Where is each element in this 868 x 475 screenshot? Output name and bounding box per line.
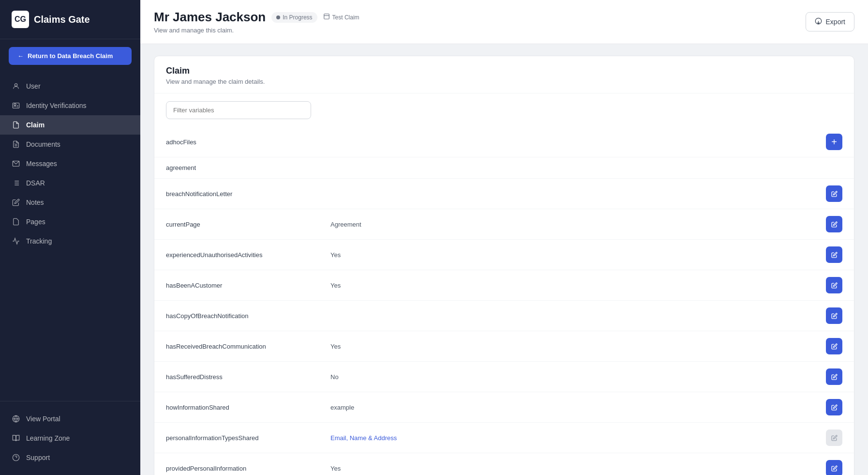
variable-value: Email, Name & Address xyxy=(330,434,826,442)
test-badge: Test Claim xyxy=(323,13,359,21)
sidebar-item-dsar-label: DSAR xyxy=(26,179,45,187)
edit-variable-button[interactable] xyxy=(826,185,842,202)
edit-variable-button[interactable] xyxy=(826,368,842,385)
sidebar-item-support[interactable]: Support xyxy=(0,448,140,467)
dsar-icon xyxy=(12,179,20,187)
edit-variable-button[interactable] xyxy=(826,277,842,293)
export-button[interactable]: Export xyxy=(806,12,854,31)
sidebar-item-identity-label: Identity Verifications xyxy=(26,102,87,109)
nav-items: User Identity Verifications Claim Docume… xyxy=(0,73,140,401)
variables-container: adhocFiles+agreementbreachNotificationLe… xyxy=(154,127,854,475)
table-row: experiencedUnauthorisedActivitiesYes xyxy=(154,239,854,270)
sidebar-item-pages-label: Pages xyxy=(26,218,45,226)
table-row: agreement xyxy=(154,157,854,178)
documents-icon xyxy=(12,140,20,149)
sidebar-item-pages[interactable]: Pages xyxy=(0,212,140,231)
edit-variable-button[interactable] xyxy=(826,338,842,354)
mail-icon xyxy=(12,159,20,168)
variable-action xyxy=(826,277,842,293)
section-header: Claim View and manage the claim details. xyxy=(154,56,854,93)
variable-action xyxy=(826,429,842,446)
sidebar-item-documents[interactable]: Documents xyxy=(0,135,140,154)
table-row: adhocFiles+ xyxy=(154,127,854,157)
table-row: hasCopyOfBreachNotification xyxy=(154,300,854,331)
logo-icon: CG xyxy=(12,11,29,28)
brand-name: Claims Gate xyxy=(34,14,90,25)
status-dot xyxy=(276,15,280,19)
tracking-icon xyxy=(12,237,20,245)
sidebar-item-messages[interactable]: Messages xyxy=(0,154,140,173)
return-button-label: Return to Data Breach Claim xyxy=(28,52,113,60)
variable-name: hasSufferedDistress xyxy=(166,373,330,381)
sidebar-logo: CG Claims Gate xyxy=(0,0,140,39)
return-arrow-icon: ← xyxy=(17,52,24,60)
sidebar-item-view-portal-label: View Portal xyxy=(26,415,60,423)
sidebar-bottom: View Portal Learning Zone Support xyxy=(0,401,140,475)
sidebar-item-learning-zone[interactable]: Learning Zone xyxy=(0,429,140,448)
table-row: personalInformationTypesSharedEmail, Nam… xyxy=(154,422,854,453)
sidebar-item-tracking-label: Tracking xyxy=(26,237,52,245)
variable-value: Yes xyxy=(330,282,826,289)
table-row: currentPageAgreement xyxy=(154,209,854,239)
sidebar-item-messages-label: Messages xyxy=(26,160,57,168)
id-card-icon xyxy=(12,101,20,110)
variable-value: example xyxy=(330,404,826,411)
variable-action xyxy=(826,307,842,324)
export-icon xyxy=(815,17,822,26)
variable-value: Yes xyxy=(330,343,826,350)
filter-input[interactable] xyxy=(166,101,311,119)
edit-variable-button[interactable] xyxy=(826,216,842,232)
claimant-name: Mr James Jackson xyxy=(154,10,266,25)
variable-action xyxy=(826,185,842,202)
export-label: Export xyxy=(826,18,845,26)
variable-name: breachNotificationLetter xyxy=(166,190,330,198)
table-row: howInformationSharedexample xyxy=(154,392,854,422)
svg-point-1 xyxy=(14,104,16,106)
edit-variable-button[interactable] xyxy=(826,399,842,415)
variable-action xyxy=(826,399,842,415)
table-row: breachNotificationLetter xyxy=(154,178,854,209)
sidebar-item-view-portal[interactable]: View Portal xyxy=(0,409,140,429)
header-title-row: Mr James Jackson In Progress Test Claim xyxy=(154,10,359,25)
return-button[interactable]: ← Return to Data Breach Claim xyxy=(9,47,132,65)
table-row: hasReceivedBreachCommunicationYes xyxy=(154,331,854,361)
add-variable-button[interactable]: + xyxy=(826,134,842,150)
sidebar-item-user-label: User xyxy=(26,82,41,90)
variable-value: No xyxy=(330,373,826,381)
sidebar-item-documents-label: Documents xyxy=(26,140,60,148)
variable-value: Agreement xyxy=(330,221,826,228)
edit-variable-button[interactable] xyxy=(826,460,842,475)
variable-action xyxy=(826,460,842,475)
edit-variable-button-gray[interactable] xyxy=(826,429,842,446)
claim-section-card: Claim View and manage the claim details.… xyxy=(154,56,854,475)
user-icon xyxy=(12,82,20,91)
variable-action xyxy=(826,216,842,232)
sidebar-item-claim[interactable]: Claim xyxy=(0,115,140,135)
test-label: Test Claim xyxy=(332,14,359,21)
variable-action xyxy=(826,368,842,385)
notes-icon xyxy=(12,198,20,207)
svg-point-0 xyxy=(15,84,17,86)
variable-name: adhocFiles xyxy=(166,138,330,146)
sidebar-item-notes[interactable]: Notes xyxy=(0,193,140,212)
variable-name: currentPage xyxy=(166,221,330,228)
header-left: Mr James Jackson In Progress Test Claim … xyxy=(154,10,359,34)
book-icon xyxy=(12,434,20,443)
svg-rect-10 xyxy=(324,14,329,19)
test-icon xyxy=(323,13,330,21)
variable-name: agreement xyxy=(166,164,330,171)
table-row: hasSufferedDistressNo xyxy=(154,361,854,392)
section-title: Claim xyxy=(166,66,842,76)
sidebar-item-learning-zone-label: Learning Zone xyxy=(26,434,70,442)
sidebar-item-user[interactable]: User xyxy=(0,77,140,96)
variable-name: hasCopyOfBreachNotification xyxy=(166,312,330,320)
sidebar-item-identity[interactable]: Identity Verifications xyxy=(0,96,140,115)
portal-icon xyxy=(12,414,20,423)
sidebar-item-dsar[interactable]: DSAR xyxy=(0,173,140,193)
sidebar-item-notes-label: Notes xyxy=(26,199,44,206)
sidebar-item-tracking[interactable]: Tracking xyxy=(0,231,140,251)
edit-variable-button[interactable] xyxy=(826,307,842,324)
status-label: In Progress xyxy=(283,14,312,21)
variable-action: + xyxy=(826,134,842,150)
edit-variable-button[interactable] xyxy=(826,246,842,263)
